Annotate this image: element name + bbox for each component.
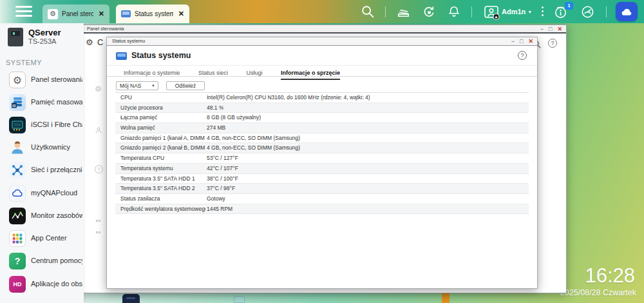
status-systemu-window: Status systemu − □ ✕ Status systemu ? In… [106, 37, 538, 289]
monitor-icon [116, 52, 127, 60]
close-icon[interactable]: ✕ [528, 37, 533, 45]
sidebar-item-iscsi-fibre-channel[interactable]: iSCSI i Fibre Cha... [0, 117, 84, 137]
maximize-icon[interactable]: □ [549, 25, 552, 33]
chevron-down-icon: ▼ [151, 82, 155, 90]
minimize-icon[interactable]: − [511, 37, 515, 45]
sidebar-item-myqnapcloud[interactable]: myQNAPcloud [0, 185, 84, 206]
divider [471, 6, 472, 17]
desktop-icon-partial[interactable] [122, 294, 140, 303]
row-value: Gotowy [205, 194, 225, 204]
sidebar-item-centrum-pomocy[interactable]: ? Centrum pomocy [0, 253, 84, 273]
search-icon[interactable] [361, 5, 375, 21]
desktop-icon-partial[interactable] [234, 296, 245, 303]
row-value: 4 GB, non-ECC, SO DIMM (Samsung) [205, 143, 300, 153]
desktop-clock-time: 16:28 [585, 264, 635, 288]
resource-chart-icon [9, 208, 26, 224]
sidebar-item-label: Pamięć masowa [31, 98, 82, 106]
server-name: QServer [28, 28, 61, 37]
status-window-header: Status systemu ? [107, 46, 537, 66]
close-tab-icon[interactable]: ✕ [99, 10, 104, 18]
minimize-icon[interactable]: − [540, 25, 544, 33]
row-value: 37°C / 98°F [205, 184, 235, 193]
row-label: Gniazdo pamięci 2 (kanał B, DIMM 2) [115, 143, 205, 153]
notifications-bell-icon[interactable] [447, 5, 461, 21]
gear-icon: ⚙ [86, 37, 93, 47]
row-label: Temperatura 3.5" SATA HDD 2 [115, 184, 205, 193]
taskbar-tab-status-systemu[interactable]: Status systemu ✕ [116, 5, 189, 23]
window-titlebar[interactable]: Panel sterowania − □ ✕ [78, 25, 566, 34]
monitor-icon [121, 10, 131, 17]
refresh-button[interactable]: Odśwież [166, 81, 205, 90]
row-label: Temperatura CPU [115, 153, 205, 163]
user-name[interactable]: Adm1n ▼ [502, 8, 532, 15]
myqnapcloud-button[interactable] [616, 2, 638, 21]
main-menu-icon[interactable] [15, 6, 32, 19]
gear-icon: ⚙ [9, 72, 26, 88]
sidebar-item-app-center[interactable]: App Center [0, 230, 84, 251]
close-tab-icon[interactable]: ✕ [178, 10, 184, 18]
sidebar-item-label: Aplikacje do obsługi ekr... [31, 280, 82, 288]
row-value: 38°C / 100°F [205, 174, 238, 184]
sidebar-item-monitor-zasobow[interactable]: Monitor zasobów [0, 208, 84, 228]
window-titlebar[interactable]: Status systemu − □ ✕ [107, 37, 537, 46]
table-row: Gniazdo pamięci 2 (kanał B, DIMM 2)4 GB,… [115, 143, 529, 153]
row-label: Wolna pamięć [115, 123, 205, 133]
desktop-icon-partial [442, 293, 450, 303]
sidebar-item-label: iSCSI i Fibre Cha... [31, 121, 82, 128]
table-row: Gniazdo pamięci 1 (kanał A, DIMM 1)4 GB,… [115, 133, 529, 144]
sidebar-item-siec-i-przelaczniki[interactable]: Sieć i przełączni... [0, 162, 84, 182]
row-value: 8 GB (8 GB używalny) [205, 113, 261, 122]
row-value: 48.1 % [205, 103, 223, 113]
maximize-icon[interactable]: □ [520, 37, 523, 45]
apps-grid-icon [96, 213, 101, 219]
sidebar-item-uzytkownicy[interactable]: Użytkownicy [0, 139, 84, 160]
background-tasks-icon[interactable] [396, 5, 411, 22]
row-value: 53°C / 127°F [205, 153, 238, 163]
window-title: Status systemu [112, 37, 145, 45]
gear-icon: ⚙ [48, 9, 58, 19]
divider [385, 6, 386, 17]
table-row: Wolna pamięć274 MB [115, 123, 529, 133]
network-nodes-icon [9, 162, 26, 179]
sidebar-item-hd-station[interactable]: HD Aplikacje do obsługi ekr... [0, 276, 84, 297]
chevron-down-icon: ▼ [527, 10, 532, 14]
hardware-info-table: CPUIntel(R) Celeron(R) CPU N3160, do 160… [115, 92, 529, 214]
dashboard-gauge-icon[interactable] [580, 5, 595, 22]
user-icon [95, 126, 102, 136]
cloud-icon [9, 185, 26, 202]
table-row: Status zasilaczaGotowy [115, 194, 529, 204]
sidebar-item-pamiec-masowa[interactable]: IO Pamięć masowa [0, 94, 84, 115]
user-account-icon[interactable]: ★ [484, 5, 500, 23]
table-row: Łączna pamięć8 GB (8 GB używalny) [115, 113, 529, 123]
status-tabs: Informacje o systemie Status sieci Usług… [107, 66, 537, 77]
nas-select-dropdown[interactable]: Mój NAS ▼ [116, 81, 158, 90]
sidebar-item-label: Użytkownicy [31, 143, 82, 151]
hd-station-icon: HD [9, 276, 26, 293]
table-row: Temperatura CPU53°C / 127°F [115, 153, 529, 164]
help-icon[interactable]: ? [518, 51, 527, 60]
sidebar-item-panel-sterowania[interactable]: ⚙ Panel sterowania [0, 72, 84, 92]
row-label: Temperatura 3.5" SATA HDD 1 [115, 174, 205, 184]
row-label: Użycie procesora [115, 103, 205, 113]
section-title: SYSTEMY [6, 59, 42, 66]
table-row: Prędkość wentylatora systemowego 11445 R… [115, 204, 529, 215]
notification-badge: 1 [565, 2, 573, 10]
sync-status-icon[interactable] [422, 5, 437, 22]
sidebar-item-label: Panel sterowania [31, 75, 82, 83]
iscsi-chip-icon [9, 117, 26, 133]
close-icon[interactable]: ✕ [557, 25, 562, 33]
window-title: Panel sterowania [87, 25, 124, 33]
svg-text:★: ★ [495, 15, 498, 19]
more-options-icon[interactable] [542, 6, 544, 18]
sidebar-item-label: Monitor zasobów [31, 211, 82, 219]
taskbar-tab-control-panel[interactable]: ⚙ Panel sterow... ✕ [43, 5, 109, 23]
sidebar-item-label: myQNAPcloud [31, 189, 82, 197]
clock-icon: ? [95, 165, 103, 173]
sidebar-item-label: Centrum pomocy [31, 257, 82, 264]
row-value: Intel(R) Celeron(R) CPU N3160, do 1600 M… [205, 93, 370, 103]
help-icon[interactable]: ? [548, 39, 557, 48]
row-label: Prędkość wentylatora systemowego 1 [115, 204, 205, 214]
row-value: 1445 RPM [205, 204, 232, 214]
row-label: Gniazdo pamięci 1 (kanał A, DIMM 1) [115, 133, 205, 143]
divider [606, 6, 607, 17]
